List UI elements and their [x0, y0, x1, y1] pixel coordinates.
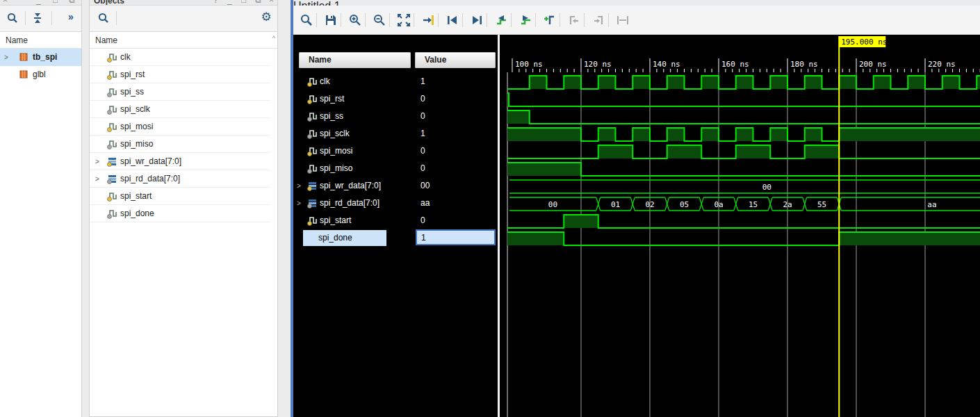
wave-trace-spi_miso: [507, 163, 980, 176]
signal-name-label: spi_miso: [120, 136, 153, 153]
svg-text:05: 05: [680, 200, 689, 209]
prev-transition-button[interactable]: [491, 10, 511, 31]
selected-signal-name[interactable]: spi_done: [303, 230, 386, 246]
minimize-icon[interactable]: _: [227, 0, 232, 5]
minimize-icon[interactable]: _: [36, 0, 41, 5]
svg-text:01: 01: [611, 200, 620, 209]
signal-value-label: 0: [420, 90, 425, 108]
close-icon[interactable]: ×: [3, 0, 8, 5]
objects-list-item-spi_mosi[interactable]: spi_mosi: [90, 118, 270, 136]
expander-chevron-icon[interactable]: >: [95, 170, 99, 188]
wave-signal-row-spi_ss[interactable]: spi_ss0: [293, 108, 498, 125]
collapse-all-icon[interactable]: [28, 8, 47, 28]
signal-value-label: 00: [420, 177, 430, 195]
wave-signal-row-spi_done[interactable]: spi_done1: [293, 229, 498, 247]
objects-list-item-spi_done[interactable]: spi_done: [90, 205, 270, 222]
swap-cursors-button: [613, 10, 632, 31]
wave-signal-row-spi_wr_data[7:0][interactable]: > spi_wr_data[7:0]00: [293, 177, 498, 195]
signal-value-label: 1: [420, 73, 425, 90]
wave-signal-row-spi_rst[interactable]: spi_rst0: [293, 90, 498, 108]
search-icon[interactable]: [3, 8, 22, 28]
go-to-cursor-button[interactable]: [418, 10, 438, 31]
wave-trace-spi_rd_data[7:0]: 000102050a152a55aa: [509, 197, 980, 211]
signal-value-label: 0: [420, 108, 425, 125]
waveform-canvas[interactable]: 100 ns120 ns140 ns160 ns180 ns200 ns220 …: [502, 35, 980, 417]
scope-panel: × _ □ ⧉ » Name > tb_spi glbl: [0, 0, 82, 417]
expander-chevron-icon[interactable]: >: [95, 153, 99, 170]
scope-name-header[interactable]: Name: [6, 35, 28, 45]
objects-list-item-spi_start[interactable]: spi_start: [90, 188, 270, 205]
objects-list-item-clk[interactable]: clk: [90, 49, 270, 66]
next-marker-button: [589, 10, 608, 31]
objects-name-header[interactable]: Name: [95, 35, 117, 45]
add-marker-button[interactable]: [540, 10, 560, 31]
svg-text:195.000 ns: 195.000 ns: [841, 38, 887, 47]
signal-name-label: spi_start: [120, 188, 152, 205]
wave-trace-spi_start: [507, 215, 980, 228]
signal-name-label: spi_mosi: [120, 118, 153, 136]
column-splitter-handle[interactable]: [498, 35, 500, 417]
wave-signal-row-spi_sclk[interactable]: spi_sclk1: [293, 125, 498, 142]
cursor-marker[interactable]: 195.000 ns: [838, 36, 887, 417]
maximize-icon[interactable]: □: [241, 0, 246, 5]
objects-list-item-spi_wr_data[7:0][interactable]: > spi_wr_data[7:0]: [90, 153, 270, 170]
objects-list-item-spi_ss[interactable]: spi_ss: [90, 83, 270, 101]
float-icon[interactable]: ⧉: [255, 0, 261, 5]
wave-signal-row-spi_start[interactable]: spi_start0: [293, 212, 498, 229]
objects-titlebar: Objects ? _ □ ⧉ ×: [90, 0, 277, 6]
svg-text:220 ns: 220 ns: [928, 60, 956, 69]
zoom-in-button[interactable]: [345, 10, 365, 31]
svg-text:15: 15: [749, 200, 758, 209]
objects-list-item-spi_sclk[interactable]: spi_sclk: [90, 101, 270, 118]
float-icon[interactable]: ⧉: [69, 0, 75, 5]
wave-toolbar: [293, 6, 980, 35]
wave-trace-clk: [507, 76, 980, 89]
find-button[interactable]: [297, 10, 316, 31]
scope-tree-item-glbl[interactable]: glbl: [0, 66, 81, 83]
go-to-end-button[interactable]: [467, 10, 487, 31]
objects-panel-title: Objects: [94, 0, 124, 6]
maximize-icon[interactable]: □: [53, 0, 58, 5]
svg-text:2a: 2a: [783, 200, 792, 209]
zoom-fit-button[interactable]: [394, 10, 414, 31]
expander-chevron-icon[interactable]: >: [4, 49, 8, 66]
wave-signal-row-clk[interactable]: clk1: [293, 73, 498, 90]
wave-trace-spi_rst: [507, 93, 980, 106]
timeline-ruler[interactable]: 100 ns120 ns140 ns160 ns180 ns200 ns220 …: [512, 58, 980, 72]
svg-text:180 ns: 180 ns: [790, 60, 818, 69]
go-to-start-button[interactable]: [443, 10, 462, 31]
zoom-out-button[interactable]: [370, 10, 389, 31]
svg-text:100 ns: 100 ns: [515, 60, 543, 69]
wave-signal-row-spi_miso[interactable]: spi_miso0: [293, 160, 498, 177]
toolbar-overflow-button[interactable]: »: [61, 8, 81, 28]
objects-list-item-spi_rst[interactable]: spi_rst: [90, 66, 270, 83]
wave-signal-row-spi_mosi[interactable]: spi_mosi0: [293, 142, 498, 160]
wave-signal-row-spi_rd_data[7:0][interactable]: > spi_rd_data[7:0]aa: [293, 195, 498, 212]
signal-name-label: spi_miso: [320, 160, 352, 177]
module-icon: [18, 69, 29, 86]
settings-gear-icon[interactable]: ⚙: [256, 8, 276, 28]
signal-name-label: spi_sclk: [120, 101, 150, 118]
search-icon[interactable]: [94, 8, 113, 28]
scope-tree-item-tb_spi[interactable]: > tb_spi: [0, 49, 81, 66]
objects-list-item-spi_miso[interactable]: spi_miso: [90, 136, 270, 153]
expander-chevron-icon[interactable]: >: [297, 177, 301, 195]
selected-signal-value[interactable]: 1: [416, 229, 496, 245]
signal-name-label: spi_mosi: [320, 142, 352, 160]
signal-name-label: spi_wr_data[7:0]: [320, 177, 381, 195]
wave-name-column: clk1 spi_rst0 spi_ss0 spi_sclk1 spi_mosi…: [293, 35, 498, 417]
save-button[interactable]: [321, 10, 341, 31]
signal-name-label: spi_rst: [120, 66, 145, 83]
expander-chevron-icon[interactable]: >: [297, 195, 301, 212]
wave-trace-spi_done: [507, 232, 980, 245]
objects-list-item-spi_rd_data[7:0][interactable]: > spi_rd_data[7:0]: [90, 170, 270, 188]
signal-name-label: spi_rst: [320, 90, 344, 108]
next-transition-button[interactable]: [516, 10, 535, 31]
signal-name-label: spi_rd_data[7:0]: [120, 170, 180, 188]
svg-text:200 ns: 200 ns: [859, 60, 887, 69]
scroll-up-arrow[interactable]: ^: [272, 35, 275, 42]
signal-value-label: aa: [420, 195, 430, 212]
close-icon[interactable]: ×: [269, 0, 274, 5]
wave-content: Name Value clk1 spi_rst0 spi_ss0 spi_scl…: [293, 35, 980, 417]
help-icon[interactable]: ?: [213, 0, 218, 5]
